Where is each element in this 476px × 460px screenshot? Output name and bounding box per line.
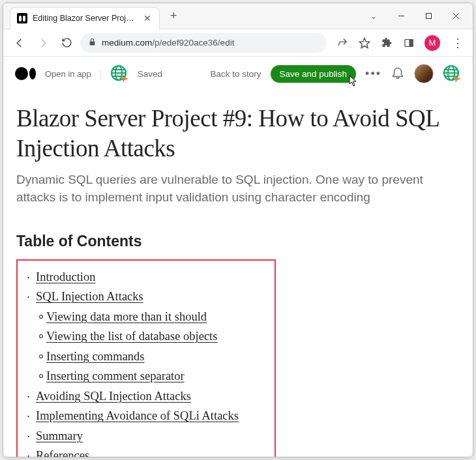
article-content[interactable]: Blazor Server Project #9: How to Avoid S… [3, 91, 473, 457]
toc-item: ·Summary [27, 426, 263, 446]
toc-item: ∘Inserting commands [27, 347, 263, 367]
sidepanel-icon[interactable] [402, 36, 415, 50]
save-and-publish-label: Save and publish [280, 69, 348, 79]
toc-bullet-icon: · [27, 406, 36, 426]
url-box[interactable]: medium.com/p/edef920ace36/edit [80, 33, 327, 53]
toc-item: ·Introduction [27, 267, 263, 287]
toc-item: ·References [27, 446, 263, 457]
reload-button[interactable] [57, 33, 76, 53]
medium-logo-icon[interactable] [15, 67, 36, 80]
bookmark-star-icon[interactable] [358, 36, 371, 50]
share-icon[interactable] [336, 36, 349, 50]
medium-favicon-icon [17, 13, 27, 23]
notifications-bell-icon[interactable] [391, 65, 405, 82]
toc-highlight-box: ·Introduction·SQL Injection Attacks∘View… [16, 259, 276, 457]
translate-globe-icon[interactable] [110, 65, 128, 83]
address-bar-actions: M ⋮ [331, 35, 466, 51]
window-controls: ⌄ [361, 7, 473, 26]
medium-header: Open in app Saved Back to story Save and… [3, 57, 473, 91]
forward-button[interactable] [33, 33, 53, 53]
url-text: medium.com/p/edef920ace36/edit [102, 38, 234, 48]
toc-link[interactable]: Avoiding SQL Injection Attacks [36, 386, 191, 407]
toc-link[interactable]: Implementing Avoidance of SQLi Attacks [36, 406, 239, 426]
more-options-icon[interactable]: ••• [365, 67, 381, 81]
toc-link[interactable]: Viewing the list of database objects [46, 326, 217, 347]
content-scroll-wrap: Blazor Server Project #9: How to Avoid S… [3, 91, 473, 457]
toc-item: ∘Inserting comment separator [27, 366, 263, 386]
minimize-button[interactable] [388, 7, 414, 26]
toc-item: ·SQL Injection Attacks [27, 287, 263, 307]
saved-status: Saved [138, 69, 162, 79]
lock-icon [88, 38, 97, 48]
toc-bullet-icon: · [27, 426, 36, 446]
toc-item: ∘Viewing data more than it should [27, 307, 263, 327]
article-title[interactable]: Blazor Server Project #9: How to Avoid S… [16, 104, 460, 164]
back-to-story-link[interactable]: Back to story [210, 69, 261, 79]
svg-rect-7 [409, 39, 413, 46]
toc-link[interactable]: Summary [36, 426, 83, 446]
toc-link[interactable]: SQL Injection Attacks [36, 287, 143, 307]
toc-item: ∘Viewing the list of database objects [27, 326, 263, 347]
toc-bullet-icon: ∘ [37, 307, 46, 327]
toc-bullet-icon: · [27, 386, 36, 407]
toc-bullet-icon: · [27, 287, 36, 307]
toc-heading[interactable]: Table of Contents [16, 233, 460, 250]
toc-bullet-icon: ∘ [37, 326, 46, 347]
article-subtitle[interactable]: Dynamic SQL queries are vulnerable to SQ… [16, 171, 460, 207]
translate-globe-icon-right[interactable] [443, 65, 461, 83]
toc-link[interactable]: Viewing data more than it should [46, 307, 207, 327]
toc-bullet-icon: · [27, 267, 36, 287]
open-in-app-link[interactable]: Open in app [45, 69, 101, 79]
address-bar-row: medium.com/p/edef920ace36/edit M ⋮ [3, 29, 473, 57]
svg-rect-1 [426, 14, 431, 19]
mouse-cursor-icon [348, 75, 359, 89]
close-tab-icon[interactable]: ✕ [141, 13, 154, 23]
toc-link[interactable]: Inserting comment separator [46, 366, 185, 386]
toc-bullet-icon: ∘ [37, 347, 46, 367]
new-tab-button[interactable]: + [165, 7, 183, 25]
toc-bullet-icon: · [27, 446, 36, 457]
tab-title: Editing Blazor Server Project #9: [33, 14, 136, 23]
save-and-publish-button[interactable]: Save and publish [271, 65, 357, 83]
maximize-button[interactable] [415, 7, 441, 26]
browser-tab[interactable]: Editing Blazor Server Project #9: ✕ [10, 7, 160, 29]
tab-search-chevron-icon[interactable]: ⌄ [361, 7, 387, 26]
toc-item: ·Implementing Avoidance of SQLi Attacks [27, 406, 263, 426]
toc-bullet-icon: ∘ [37, 366, 46, 386]
browser-menu-icon[interactable]: ⋮ [449, 36, 466, 50]
titlebar: Editing Blazor Server Project #9: ✕ + ⌄ [3, 3, 473, 29]
browser-window: Editing Blazor Server Project #9: ✕ + ⌄ [3, 3, 473, 457]
extensions-icon[interactable] [380, 36, 393, 50]
svg-marker-4 [360, 38, 370, 48]
close-window-button[interactable] [443, 7, 469, 26]
toc-link[interactable]: References [36, 446, 89, 457]
profile-avatar[interactable]: M [424, 35, 440, 51]
toc-item: ·Avoiding SQL Injection Attacks [27, 386, 263, 407]
back-button[interactable] [10, 33, 29, 53]
toc-link[interactable]: Introduction [36, 267, 95, 287]
user-avatar[interactable] [414, 64, 434, 83]
toc-link[interactable]: Inserting commands [46, 347, 145, 367]
